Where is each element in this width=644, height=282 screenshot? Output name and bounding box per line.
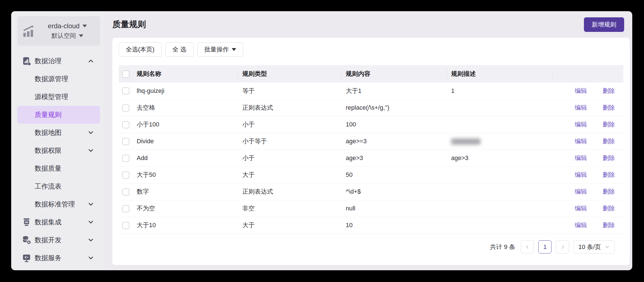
edit-link[interactable]: 编辑 bbox=[575, 104, 587, 111]
table-row: 不为空 非空 null 编辑 删除 bbox=[119, 200, 623, 217]
sidebar-item-label: 数据权限 bbox=[35, 146, 87, 155]
delete-link[interactable]: 删除 bbox=[603, 171, 615, 178]
table-row: 小于100 小于 100 编辑 删除 bbox=[119, 116, 623, 133]
cell-rule-type: 大于 bbox=[238, 217, 341, 234]
select-all-button[interactable]: 全 选 bbox=[165, 42, 193, 57]
sidebar-item-data-integration[interactable]: 数据集成 bbox=[17, 213, 100, 231]
row-checkbox[interactable] bbox=[122, 155, 129, 162]
cell-rule-name: lhq-guizeji bbox=[137, 83, 238, 99]
cell-rule-name: Add bbox=[137, 150, 238, 166]
row-checkbox[interactable] bbox=[122, 87, 129, 95]
table-row: lhq-guizeji 等于 大于1 1 编辑 删除 bbox=[119, 83, 623, 99]
delete-link[interactable]: 删除 bbox=[603, 205, 615, 212]
column-header-type: 规则类型 bbox=[238, 65, 341, 83]
table-row: 数字 正则表达式 ^\d+$ 编辑 删除 bbox=[119, 183, 623, 200]
cell-rule-type: 小于 bbox=[238, 116, 341, 133]
select-all-checkbox[interactable] bbox=[122, 70, 129, 78]
row-checkbox[interactable] bbox=[122, 138, 129, 145]
cell-rule-type: 非空 bbox=[238, 200, 341, 217]
add-rule-button[interactable]: 新增规则 bbox=[584, 17, 624, 32]
cell-rule-name: 小于100 bbox=[137, 116, 238, 133]
column-header-name: 规则名称 bbox=[137, 65, 238, 83]
cell-rule-name: 去空格 bbox=[137, 99, 238, 116]
toolbar: 全选(本页) 全 选 批量操作 bbox=[119, 42, 623, 57]
app-window: erda-cloud 默认空间 数据治理 数据源管理 源模型管理 质量规则 bbox=[11, 11, 632, 270]
chevron-right-icon bbox=[560, 244, 565, 250]
cell-rule-content: 大于1 bbox=[341, 83, 447, 99]
row-checkbox[interactable] bbox=[122, 121, 129, 128]
sidebar-item-label: 数据服务 bbox=[35, 253, 87, 262]
sidebar-item-label: 数据地图 bbox=[35, 128, 87, 137]
row-checkbox[interactable] bbox=[122, 171, 129, 179]
row-checkbox[interactable] bbox=[122, 188, 129, 196]
sidebar-item-data-quality[interactable]: 数据质量 bbox=[17, 159, 100, 177]
page-1-button[interactable]: 1 bbox=[538, 240, 551, 253]
sidebar-item-quality-rules[interactable]: 质量规则 bbox=[17, 106, 100, 124]
table-row: 大于50 大于 50 编辑 删除 bbox=[119, 166, 623, 183]
edit-link[interactable]: 编辑 bbox=[575, 188, 587, 195]
sidebar-item-source-model-mgmt[interactable]: 源模型管理 bbox=[17, 88, 100, 106]
caret-down-icon bbox=[232, 48, 236, 51]
sidebar-item-data-dev[interactable]: 数据开发 bbox=[17, 231, 100, 249]
row-checkbox[interactable] bbox=[122, 205, 129, 212]
column-header-content: 规则内容 bbox=[341, 65, 447, 83]
cell-rule-desc bbox=[447, 183, 552, 200]
edit-link[interactable]: 编辑 bbox=[575, 205, 587, 212]
row-checkbox[interactable] bbox=[122, 222, 129, 229]
rules-table: 规则名称 规则类型 规则内容 规则描述 lhq-guizeji 等于 大于1 1… bbox=[119, 65, 623, 234]
chevron-down-icon bbox=[87, 236, 94, 244]
org-name: erda-cloud bbox=[48, 22, 79, 30]
edit-link[interactable]: 编辑 bbox=[575, 171, 587, 178]
sidebar-item-workflow-table[interactable]: 工作流表 bbox=[17, 177, 100, 195]
edit-link[interactable]: 编辑 bbox=[575, 222, 587, 229]
workspace-switcher[interactable]: erda-cloud 默认空间 bbox=[17, 16, 100, 46]
cell-rule-desc bbox=[447, 116, 552, 133]
next-page-button[interactable] bbox=[556, 240, 569, 253]
page-header: 质量规则 新增规则 bbox=[103, 11, 632, 38]
batch-actions-dropdown[interactable]: 批量操作 bbox=[197, 42, 243, 57]
delete-link[interactable]: 删除 bbox=[603, 188, 615, 195]
edit-link[interactable]: 编辑 bbox=[575, 154, 587, 161]
column-header-actions bbox=[552, 65, 623, 83]
chevron-down-icon bbox=[604, 244, 610, 250]
chevron-down-icon bbox=[87, 254, 94, 262]
delete-link[interactable]: 删除 bbox=[603, 121, 615, 128]
cell-rule-type: 大于 bbox=[238, 166, 341, 183]
data-dev-icon bbox=[22, 235, 31, 245]
cell-rule-content: ^\d+$ bbox=[341, 183, 447, 200]
delete-link[interactable]: 删除 bbox=[603, 87, 615, 94]
org-selector[interactable]: erda-cloud bbox=[48, 22, 87, 30]
sidebar-item-label: 数据源管理 bbox=[35, 74, 87, 83]
cell-rule-desc: age>3 bbox=[447, 150, 552, 166]
cell-rule-name: 不为空 bbox=[137, 200, 238, 217]
sidebar-item-data-service[interactable]: 数据服务 bbox=[17, 249, 100, 267]
cell-rule-content: 100 bbox=[341, 116, 447, 133]
cell-rule-type: 小于等于 bbox=[238, 133, 341, 150]
prev-page-button[interactable] bbox=[521, 240, 534, 253]
delete-link[interactable]: 删除 bbox=[603, 222, 615, 229]
cell-rule-desc bbox=[447, 200, 552, 217]
row-checkbox[interactable] bbox=[122, 104, 129, 112]
sidebar-item-data-permission[interactable]: 数据权限 bbox=[17, 142, 100, 159]
sidebar-item-data-map[interactable]: 数据地图 bbox=[17, 124, 100, 142]
sidebar-item-data-standard-mgmt[interactable]: 数据标准管理 bbox=[17, 195, 100, 213]
edit-link[interactable]: 编辑 bbox=[575, 138, 587, 145]
page-size-select[interactable]: 10 条/页 bbox=[574, 240, 615, 253]
delete-link[interactable]: 删除 bbox=[603, 154, 615, 161]
sidebar-item-data-governance[interactable]: 数据治理 bbox=[17, 52, 100, 70]
space-selector[interactable]: 默认空间 bbox=[51, 32, 83, 40]
select-page-button[interactable]: 全选(本页) bbox=[119, 42, 162, 57]
sidebar-menu: 数据治理 数据源管理 源模型管理 质量规则 数据地图 数据权限 数据质量 工作流… bbox=[11, 52, 103, 267]
chevron-down-icon bbox=[87, 201, 94, 208]
cell-rule-desc bbox=[447, 133, 552, 150]
cell-rule-desc bbox=[447, 217, 552, 234]
edit-link[interactable]: 编辑 bbox=[575, 87, 587, 94]
cell-rule-content: 10 bbox=[341, 217, 447, 234]
delete-link[interactable]: 删除 bbox=[603, 138, 615, 145]
delete-link[interactable]: 删除 bbox=[603, 104, 615, 111]
cell-rule-name: 大于50 bbox=[137, 166, 238, 183]
cell-rule-desc bbox=[447, 166, 552, 183]
chevron-up-icon bbox=[87, 57, 94, 65]
edit-link[interactable]: 编辑 bbox=[575, 121, 587, 128]
sidebar-item-data-source-mgmt[interactable]: 数据源管理 bbox=[17, 70, 100, 88]
